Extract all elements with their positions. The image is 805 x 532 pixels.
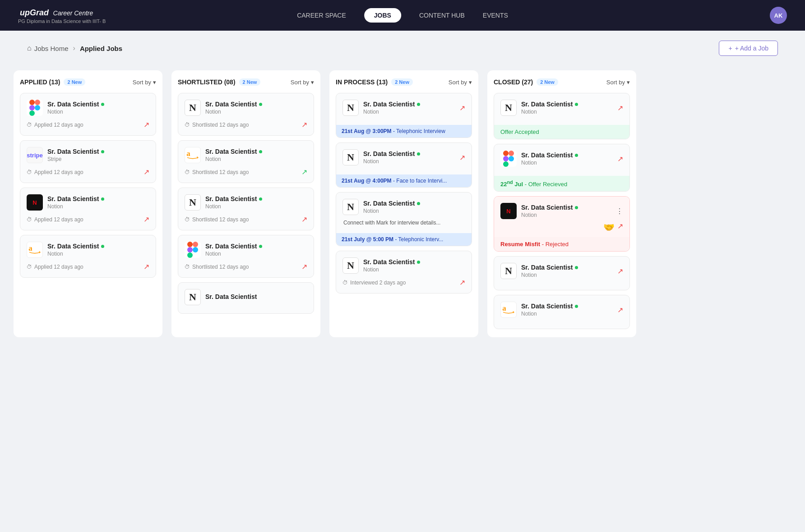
- clock-icon: ⏱: [27, 216, 32, 223]
- svg-rect-2: [29, 105, 35, 110]
- external-link-icon[interactable]: ↗: [143, 215, 149, 224]
- card-applied-4[interactable]: a Sr. Data Scientist Notion ⏱ Applie: [20, 235, 156, 278]
- badge-new-inprocess: 2 New: [391, 78, 413, 86]
- card-closed-4[interactable]: N Sr. Data Scientist Notion ↗: [494, 256, 630, 290]
- breadcrumb-separator: ›: [73, 44, 75, 52]
- col-title-closed: CLOSED (27): [494, 78, 533, 86]
- active-dot: [259, 197, 262, 201]
- interview-type: - Face to face Intervi...: [393, 178, 447, 184]
- card-shortlisted-4[interactable]: Sr. Data Scientist Notion ⏱ Shortlisted …: [178, 235, 314, 278]
- active-dot: [575, 103, 578, 106]
- sort-by-applied[interactable]: Sort by ▾: [133, 79, 156, 86]
- card-inprocess-2[interactable]: N Sr. Data Scientist Notion ↗ 21st Aug @…: [336, 142, 472, 188]
- company-logo-notion: N: [185, 194, 201, 211]
- active-dot: [259, 150, 262, 153]
- company-name: Notion: [521, 212, 611, 218]
- sort-by-inprocess[interactable]: Sort by ▾: [449, 79, 472, 86]
- nav-events[interactable]: EVENTS: [483, 12, 508, 19]
- card-closed-2[interactable]: Sr. Data Scientist Notion ↗ 22nd Jul - O…: [494, 144, 630, 192]
- card-inprocess-3[interactable]: N Sr. Data Scientist Notion Connect with…: [336, 192, 472, 246]
- job-title: Sr. Data Scientist: [363, 101, 455, 108]
- clock-icon: ⏱: [185, 264, 190, 270]
- company-name: Notion: [205, 109, 307, 115]
- job-title: Sr. Data Scientist: [521, 204, 611, 211]
- external-link-icon[interactable]: ↗: [143, 262, 149, 271]
- active-dot: [101, 245, 104, 248]
- add-job-button[interactable]: + + Add a Job: [719, 41, 778, 56]
- external-link-icon[interactable]: ↗: [617, 222, 623, 233]
- sort-by-closed[interactable]: Sort by ▾: [606, 79, 630, 86]
- external-link-icon[interactable]: ↗: [459, 104, 465, 112]
- company-logo-stripe: stripe: [27, 147, 43, 163]
- external-link-icon[interactable]: ↗: [301, 215, 307, 224]
- external-link-icon[interactable]: ↗: [301, 262, 307, 271]
- company-name: Notion: [205, 203, 307, 210]
- company-name: Notion: [521, 160, 613, 166]
- breadcrumb-home-link[interactable]: ⌂ Jobs Home: [27, 44, 69, 52]
- external-link-icon[interactable]: ↗: [617, 104, 623, 112]
- card-time: ⏱ Applied 12 days ago: [27, 216, 83, 223]
- company-logo-figma: [500, 151, 517, 167]
- external-link-icon[interactable]: ↗: [459, 153, 465, 162]
- external-link-icon[interactable]: ↗: [617, 306, 623, 314]
- interview-time-block: 21st Aug @ 3:00PM - Telephonic Interview: [336, 125, 472, 138]
- card-closed-3[interactable]: N Sr. Data Scientist Notion ⋮ 🤝 ↗: [494, 196, 630, 252]
- column-inprocess: IN PROCESS (13) 2 New Sort by ▾ N Sr. Da…: [329, 70, 478, 337]
- external-link-icon[interactable]: ↗: [301, 168, 307, 176]
- svg-rect-9: [187, 247, 193, 252]
- external-link-icon[interactable]: ↗: [617, 155, 623, 163]
- more-options-icon[interactable]: ⋮: [616, 207, 623, 216]
- svg-text:a: a: [186, 149, 190, 158]
- card-applied-3[interactable]: N Sr. Data Scientist Notion ⏱ Applied 12…: [20, 188, 156, 230]
- company-logo-notion: N: [500, 263, 517, 279]
- active-dot: [575, 305, 578, 308]
- card-message: Connect with Mark for interview details.…: [342, 220, 465, 226]
- svg-point-11: [193, 247, 198, 252]
- job-title: Sr. Data Scientist: [363, 200, 465, 207]
- svg-rect-13: [509, 151, 514, 156]
- card-inprocess-1[interactable]: N Sr. Data Scientist Notion ↗ 21st Aug @…: [336, 93, 472, 138]
- external-link-icon[interactable]: ↗: [143, 120, 149, 129]
- brand-name: upGrad Career Centre: [18, 7, 106, 18]
- company-logo-netflix: N: [500, 203, 517, 219]
- nav-content-hub[interactable]: CONTENT HUB: [419, 12, 465, 19]
- company-logo-amazon: a: [27, 242, 43, 258]
- offer-received-label: - Offer Recieved: [525, 181, 567, 188]
- card-inprocess-4[interactable]: N Sr. Data Scientist Notion ⏱ Interviewe…: [336, 251, 472, 294]
- nav-career-space[interactable]: CAREER SPACE: [297, 12, 346, 19]
- company-name: Notion: [205, 156, 307, 162]
- card-closed-5[interactable]: a Sr. Data Scientist Notion ↗: [494, 295, 630, 329]
- card-closed-1[interactable]: N Sr. Data Scientist Notion ↗ Offer Acce…: [494, 93, 630, 139]
- card-applied-1[interactable]: Sr. Data Scientist Notion ⏱ Applied 12 d…: [20, 93, 156, 136]
- external-link-icon[interactable]: ↗: [301, 120, 307, 129]
- external-link-icon[interactable]: ↗: [143, 168, 149, 176]
- column-closed: CLOSED (27) 2 New Sort by ▾ N Sr. Data S…: [487, 70, 636, 337]
- avatar[interactable]: AK: [770, 7, 787, 24]
- col-header-inprocess: IN PROCESS (13) 2 New Sort by ▾: [336, 78, 472, 86]
- job-title: Sr. Data Scientist: [205, 148, 307, 155]
- card-shortlisted-2[interactable]: a Sr. Data Scientist Notion ⏱ Shortl: [178, 140, 314, 183]
- nav-jobs[interactable]: JOBS: [364, 8, 401, 23]
- external-link-icon[interactable]: ↗: [459, 278, 465, 287]
- sort-by-label: Sort by: [133, 79, 151, 86]
- job-title: Sr. Data Scientist: [205, 293, 307, 300]
- add-job-icon: +: [728, 45, 732, 52]
- card-shortlisted-1[interactable]: N Sr. Data Scientist Notion ⏱ Shortliste…: [178, 93, 314, 136]
- interview-time-block: 21st July @ 5:00 PM - Telephonic Interv.…: [336, 233, 472, 246]
- svg-point-4: [35, 105, 40, 110]
- card-shortlisted-5[interactable]: N Sr. Data Scientist: [178, 282, 314, 314]
- company-logo-notion: N: [185, 100, 201, 116]
- interview-date: 21st July @ 5:00 PM: [342, 236, 393, 243]
- breadcrumb: ⌂ Jobs Home › Applied Jobs: [27, 44, 122, 52]
- chevron-down-icon: ▾: [153, 79, 156, 86]
- sort-by-shortlisted[interactable]: Sort by ▾: [291, 79, 314, 86]
- offer-received-banner: 22nd Jul - Offer Recieved: [494, 176, 629, 191]
- job-title: Sr. Data Scientist: [47, 101, 149, 108]
- job-title: Sr. Data Scientist: [205, 195, 307, 202]
- job-title: Sr. Data Scientist: [47, 195, 149, 202]
- external-link-icon[interactable]: ↗: [617, 267, 623, 275]
- nav-links: CAREER SPACE JOBS CONTENT HUB EVENTS: [297, 8, 508, 23]
- card-shortlisted-3[interactable]: N Sr. Data Scientist Notion ⏱ Shortliste…: [178, 188, 314, 230]
- rejected-banner: Resume Misfit - Rejected: [494, 237, 629, 251]
- card-applied-2[interactable]: stripe Sr. Data Scientist Stripe ⏱ Appli…: [20, 140, 156, 183]
